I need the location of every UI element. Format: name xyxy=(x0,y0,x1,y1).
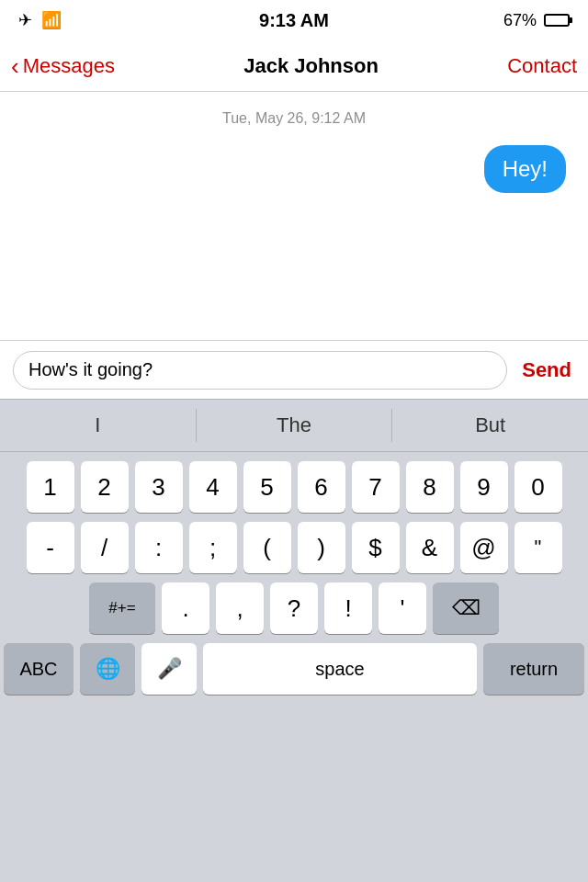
key-period[interactable]: . xyxy=(162,582,209,634)
key-at[interactable]: @ xyxy=(460,522,508,573)
key-mic[interactable]: 🎤 xyxy=(141,643,197,695)
key-5[interactable]: 5 xyxy=(243,461,291,513)
key-dollar[interactable]: $ xyxy=(352,522,400,573)
key-2[interactable]: 2 xyxy=(81,461,129,513)
key-open-paren[interactable]: ( xyxy=(243,522,291,573)
message-text: Hey! xyxy=(503,156,548,181)
predictive-item-but[interactable]: But xyxy=(392,400,588,451)
key-exclaim[interactable]: ! xyxy=(324,582,372,634)
messages-list: Hey! xyxy=(15,145,573,193)
message-timestamp: Tue, May 26, 9:12 AM xyxy=(222,110,366,127)
key-symbols-toggle[interactable]: #+= xyxy=(89,582,155,634)
key-row-4: ABC 🌐 🎤 space return xyxy=(4,643,584,695)
status-bar: ✈ 📶 9:13 AM 67% xyxy=(0,0,588,40)
key-close-paren[interactable]: ) xyxy=(298,522,345,573)
key-row-1: 1 2 3 4 5 6 7 8 9 0 xyxy=(4,461,584,513)
predictive-item-the[interactable]: The xyxy=(197,400,392,451)
key-semicolon[interactable]: ; xyxy=(189,522,237,573)
key-row-3: #+= . , ? ! ' ⌫ xyxy=(4,582,584,634)
message-bubble-out: Hey! xyxy=(484,145,566,193)
wifi-icon: 📶 xyxy=(41,10,62,30)
key-ampersand[interactable]: & xyxy=(406,522,454,573)
key-row-2: - / : ; ( ) $ & @ " xyxy=(4,522,584,573)
messages-area: Tue, May 26, 9:12 AM Hey! xyxy=(0,92,588,211)
key-quote[interactable]: " xyxy=(514,522,562,573)
battery-percent: 67% xyxy=(503,11,537,30)
key-3[interactable]: 3 xyxy=(135,461,183,513)
key-globe[interactable]: 🌐 xyxy=(80,643,135,695)
contact-button[interactable]: Contact xyxy=(507,54,577,78)
key-7[interactable]: 7 xyxy=(352,461,400,513)
key-abc[interactable]: ABC xyxy=(4,643,74,695)
send-button[interactable]: Send xyxy=(518,358,575,382)
airplane-icon: ✈ xyxy=(18,10,32,30)
key-0[interactable]: 0 xyxy=(514,461,562,513)
nav-bar: ‹ Messages Jack Johnson Contact xyxy=(0,40,588,92)
nav-title: Jack Johnson xyxy=(243,54,379,78)
predictive-item-i[interactable]: I xyxy=(0,400,196,451)
key-dash[interactable]: - xyxy=(27,522,74,573)
back-label: Messages xyxy=(23,54,115,78)
key-apostrophe[interactable]: ' xyxy=(379,582,426,634)
key-9[interactable]: 9 xyxy=(460,461,508,513)
input-bar: Send xyxy=(0,340,588,399)
key-4[interactable]: 4 xyxy=(189,461,237,513)
keyboard: 1 2 3 4 5 6 7 8 9 0 - / : ; ( ) $ & @ " … xyxy=(0,452,588,882)
message-input[interactable] xyxy=(13,351,507,390)
key-8[interactable]: 8 xyxy=(406,461,454,513)
key-question[interactable]: ? xyxy=(270,582,318,634)
back-chevron-icon: ‹ xyxy=(11,54,19,78)
key-colon[interactable]: : xyxy=(135,522,183,573)
predictive-bar: I The But xyxy=(0,399,588,452)
key-1[interactable]: 1 xyxy=(27,461,74,513)
back-button[interactable]: ‹ Messages xyxy=(11,54,115,78)
status-right: 67% xyxy=(503,11,570,30)
key-backspace[interactable]: ⌫ xyxy=(433,582,499,634)
status-left: ✈ 📶 xyxy=(18,10,62,30)
key-space[interactable]: space xyxy=(203,643,477,695)
key-return[interactable]: return xyxy=(483,643,584,695)
key-comma[interactable]: , xyxy=(216,582,264,634)
key-slash[interactable]: / xyxy=(81,522,129,573)
battery-icon xyxy=(544,14,570,27)
key-6[interactable]: 6 xyxy=(298,461,345,513)
status-time: 9:13 AM xyxy=(259,10,329,31)
